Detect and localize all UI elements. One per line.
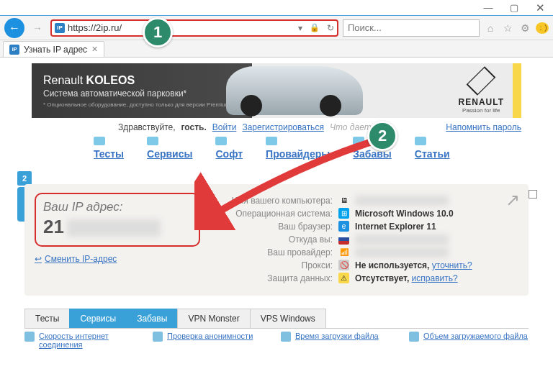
smiley-icon[interactable]: ：) <box>536 22 549 34</box>
link-speed[interactable]: Скорость интернет соединения <box>39 332 144 349</box>
lock-icon: 🔒 <box>310 23 320 32</box>
protection-fix-link[interactable]: исправить? <box>412 273 458 283</box>
link-size[interactable]: Объем загружаемого файла <box>423 332 528 349</box>
size-icon <box>409 332 419 342</box>
speed-icon <box>24 332 35 342</box>
ip-address-box: Ваш IP адрес: 21 <box>35 193 200 247</box>
tab-tests[interactable]: Тесты <box>24 309 70 328</box>
time-icon <box>281 332 291 342</box>
bottom-links-row: Скорость интернет соединения Проверка ан… <box>24 332 529 349</box>
blurred-value <box>355 247 449 257</box>
share-arrow-icon[interactable]: ↗ <box>505 190 520 210</box>
car-illustration <box>226 66 363 115</box>
panel-checkbox[interactable] <box>529 190 537 199</box>
favorites-icon[interactable]: ☆ <box>501 22 514 34</box>
tab-services[interactable]: Сервисы <box>69 309 127 328</box>
banner-title: Renault KOLEOS <box>43 74 231 87</box>
close-window-button[interactable]: ✕ <box>527 0 553 15</box>
nav-articles[interactable]: Статьи <box>415 148 450 160</box>
banner-subtitle: Система автоматической парковки* <box>43 88 231 99</box>
nav-services[interactable]: Сервисы <box>147 148 192 160</box>
ip-value: 21 <box>43 216 192 238</box>
user-greeting-row: Здравствуйте, гость. Войти Зарегистриров… <box>32 122 521 132</box>
annotation-arrow <box>194 137 382 230</box>
link-anon[interactable]: Проверка анонимности <box>167 332 253 349</box>
browser-tab[interactable]: IP Узнать IP адрес ✕ <box>3 41 104 57</box>
proxy-clarify-link[interactable]: уточнить? <box>432 260 472 270</box>
banner-note: * Опциональное оборудование, доступно то… <box>43 101 231 108</box>
ru-flag-icon <box>338 234 349 245</box>
address-bar[interactable]: IP ▾ 🔒 ↻ <box>50 19 338 37</box>
ip-label: Ваш IP адрес: <box>43 200 192 214</box>
refresh-arrow-icon: ↩ <box>35 254 42 264</box>
window-titlebar: — ▢ ✕ <box>0 0 553 16</box>
login-link[interactable]: Войти <box>212 122 237 132</box>
banner-accent <box>513 63 521 118</box>
url-input[interactable] <box>68 22 295 33</box>
annotation-badge-1: 1 <box>143 17 173 47</box>
banner-brand: RENAULT Passion for life <box>459 68 504 114</box>
anon-icon <box>153 332 163 342</box>
toolbar-icons: ⌂ ☆ ⚙ ：) <box>484 22 549 34</box>
refresh-icon[interactable]: ↻ <box>327 23 334 33</box>
site-favicon: IP <box>55 23 65 33</box>
logo-badge: 2 <box>17 171 32 186</box>
nav-tests[interactable]: Тесты <box>94 148 124 160</box>
link-time[interactable]: Время загрузки файла <box>295 332 379 349</box>
register-link[interactable]: Зарегистрироваться <box>242 122 323 132</box>
maximize-button[interactable]: ▢ <box>501 0 527 15</box>
annotation-badge-2: 2 <box>367 121 397 151</box>
provider-icon: 📶 <box>338 247 349 257</box>
settings-icon[interactable]: ⚙ <box>518 22 531 34</box>
tab-vps[interactable]: VPS Windows <box>250 309 326 328</box>
no-proxy-icon: 🚫 <box>338 260 349 270</box>
forward-button[interactable]: → <box>29 19 46 37</box>
search-bar[interactable] <box>343 19 480 37</box>
ad-banner[interactable]: Renault KOLEOS Система автоматической па… <box>32 63 521 118</box>
tab-title: Узнать IP адрес <box>24 45 87 55</box>
renault-logo-icon <box>467 66 496 96</box>
tab-fun[interactable]: Забавы <box>126 309 178 328</box>
secondary-tabs: Тесты Сервисы Забавы VPN Monster VPS Win… <box>24 309 529 329</box>
change-ip-link[interactable]: ↩ Сменить IP-адрес <box>35 254 200 264</box>
home-icon[interactable]: ⌂ <box>484 22 497 34</box>
browser-toolbar: ← → IP ▾ 🔒 ↻ ⌂ ☆ ⚙ ：) <box>0 16 553 40</box>
blurred-value <box>355 234 449 245</box>
warning-icon: ⚠ <box>338 273 349 283</box>
tab-strip: IP Узнать IP адрес ✕ <box>0 40 553 58</box>
tab-favicon: IP <box>9 45 19 55</box>
dropdown-icon[interactable]: ▾ <box>298 23 302 33</box>
back-button[interactable]: ← <box>4 18 24 38</box>
tab-vpn[interactable]: VPN Monster <box>177 309 250 328</box>
remind-password-link[interactable]: Напомнить пароль <box>446 122 521 132</box>
search-input[interactable] <box>348 22 475 33</box>
minimize-button[interactable]: — <box>475 0 501 15</box>
tab-close-icon[interactable]: ✕ <box>91 45 98 54</box>
address-actions: ▾ 🔒 ↻ <box>298 23 334 33</box>
